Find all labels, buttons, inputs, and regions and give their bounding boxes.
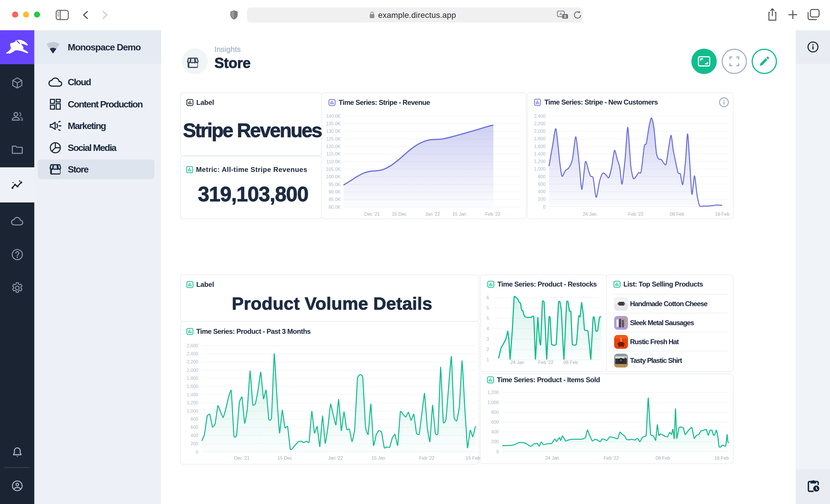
svg-text:Feb '22: Feb '22 xyxy=(485,212,501,216)
svg-text:2: 2 xyxy=(486,347,489,352)
svg-text:0: 0 xyxy=(196,449,198,455)
svg-text:600: 600 xyxy=(538,182,546,187)
svg-text:400: 400 xyxy=(538,189,546,194)
svg-text:1,800: 1,800 xyxy=(534,136,546,141)
svg-text:Jan '22: Jan '22 xyxy=(425,212,440,216)
svg-text:85.0K: 85.0K xyxy=(328,197,341,202)
svg-text:800: 800 xyxy=(538,174,546,179)
svg-text:95.0K: 95.0K xyxy=(328,182,341,187)
svg-text:1,800: 1,800 xyxy=(187,376,198,381)
svg-text:105.0K: 105.0K xyxy=(326,167,341,172)
svg-text:0: 0 xyxy=(496,449,499,454)
svg-text:08 Feb: 08 Feb xyxy=(564,360,578,365)
svg-text:5: 5 xyxy=(486,316,489,321)
svg-text:08 Feb: 08 Feb xyxy=(670,212,684,216)
svg-text:1,400: 1,400 xyxy=(534,152,546,156)
svg-text:800: 800 xyxy=(191,417,198,422)
svg-text:200: 200 xyxy=(191,441,198,446)
svg-text:1,400: 1,400 xyxy=(187,392,198,397)
svg-text:24 Jan: 24 Jan xyxy=(545,456,559,461)
svg-text:200: 200 xyxy=(491,439,499,444)
svg-text:Dec '21: Dec '21 xyxy=(364,212,380,216)
svg-text:800: 800 xyxy=(491,410,499,415)
svg-text:Feb '22: Feb '22 xyxy=(419,456,435,461)
svg-text:600: 600 xyxy=(191,425,198,430)
svg-text:90.0K: 90.0K xyxy=(328,190,341,194)
svg-text:3: 3 xyxy=(486,337,489,342)
svg-text:08 Feb: 08 Feb xyxy=(656,456,670,461)
svg-text:2,400: 2,400 xyxy=(534,114,546,119)
svg-text:1: 1 xyxy=(486,358,489,362)
svg-text:1,200: 1,200 xyxy=(534,159,546,164)
svg-text:Feb '22: Feb '22 xyxy=(628,212,643,216)
svg-text:1,000: 1,000 xyxy=(487,400,499,405)
svg-text:15 Jan: 15 Jan xyxy=(452,212,466,216)
svg-text:140.0K: 140.0K xyxy=(326,114,341,119)
svg-text:2,000: 2,000 xyxy=(187,368,198,373)
svg-text:15 Jan: 15 Jan xyxy=(372,456,385,461)
svg-text:135.0K: 135.0K xyxy=(326,121,341,126)
svg-text:24 Jan: 24 Jan xyxy=(510,360,524,365)
svg-text:Jan '22: Jan '22 xyxy=(328,456,343,461)
svg-text:2,200: 2,200 xyxy=(534,121,546,126)
svg-text:4: 4 xyxy=(486,326,489,331)
svg-text:0: 0 xyxy=(543,204,546,209)
svg-text:16 Feb: 16 Feb xyxy=(714,456,729,461)
svg-text:5: 5 xyxy=(486,306,489,310)
svg-text:1,600: 1,600 xyxy=(534,144,546,149)
svg-text:1,600: 1,600 xyxy=(187,384,198,389)
svg-text:80.0K: 80.0K xyxy=(328,205,341,210)
svg-text:1,000: 1,000 xyxy=(187,409,198,413)
svg-text:600: 600 xyxy=(491,419,499,425)
svg-text:1,200: 1,200 xyxy=(187,400,198,405)
svg-text:2,200: 2,200 xyxy=(187,360,198,364)
svg-text:115.0K: 115.0K xyxy=(326,152,341,156)
svg-text:Dec '21: Dec '21 xyxy=(234,456,250,461)
svg-text:15 Feb: 15 Feb xyxy=(466,456,480,461)
svg-text:Feb '22: Feb '22 xyxy=(538,360,554,365)
svg-text:120.0K: 120.0K xyxy=(326,144,341,149)
svg-text:24 Jan: 24 Jan xyxy=(583,212,597,216)
svg-text:400: 400 xyxy=(191,433,198,438)
svg-text:125.0K: 125.0K xyxy=(326,136,341,141)
svg-text:16 Feb: 16 Feb xyxy=(715,212,729,216)
svg-text:15 Dec: 15 Dec xyxy=(392,212,407,216)
svg-text:15 Dec: 15 Dec xyxy=(278,456,292,461)
svg-text:110.0K: 110.0K xyxy=(326,159,341,164)
svg-text:200: 200 xyxy=(538,197,546,202)
svg-text:1,200: 1,200 xyxy=(487,390,499,395)
svg-text:100.0K: 100.0K xyxy=(326,174,341,179)
svg-text:1,000: 1,000 xyxy=(534,166,546,171)
svg-text:Feb '22: Feb '22 xyxy=(604,456,619,461)
svg-text:2,400: 2,400 xyxy=(187,351,198,356)
svg-text:2,600: 2,600 xyxy=(187,343,198,348)
svg-text:130.0K: 130.0K xyxy=(326,129,341,134)
svg-text:2,000: 2,000 xyxy=(534,129,546,134)
svg-text:6: 6 xyxy=(486,295,489,300)
svg-text:400: 400 xyxy=(491,429,499,434)
